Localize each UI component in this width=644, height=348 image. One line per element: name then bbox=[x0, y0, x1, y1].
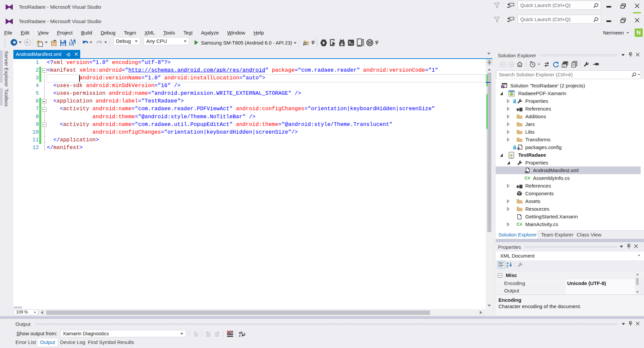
svg-text:Z: Z bbox=[506, 265, 508, 268]
svg-text:C#: C# bbox=[525, 176, 530, 181]
svg-text:c: c bbox=[239, 334, 241, 337]
svg-text:C#: C# bbox=[517, 222, 522, 227]
